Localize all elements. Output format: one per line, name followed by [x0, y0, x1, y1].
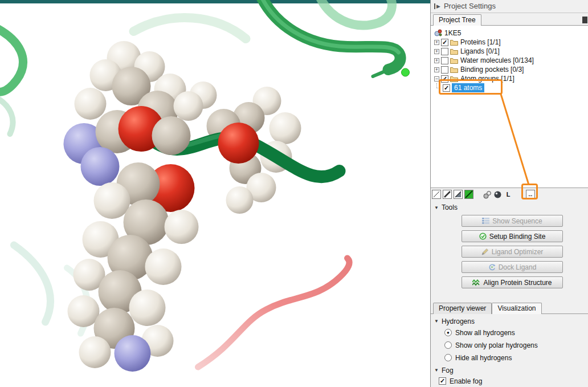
tree-item-binding-pockets[interactable]: + Binding pockets [0/3]	[434, 65, 587, 74]
button-label: Ligand Optimizer	[492, 248, 544, 256]
radio-label: Hide all hydrogens	[455, 354, 512, 362]
project-tree-tabbar: Project Tree	[431, 13, 588, 26]
tree-item-label: 1KE5	[444, 29, 461, 37]
collapse-triangle-icon: ▼	[434, 368, 439, 373]
button-label: Show Sequence	[492, 217, 542, 225]
tree-item-water-molecules[interactable]: + Water molecules [0/134]	[434, 56, 587, 65]
tools-title: Tools	[442, 203, 458, 211]
show-sequence-button[interactable]: Show Sequence	[462, 215, 563, 227]
ligand-optimizer-button[interactable]: Ligand Optimizer	[462, 246, 563, 258]
align-icon	[472, 279, 480, 286]
folder-icon	[450, 67, 458, 73]
setup-binding-site-button[interactable]: Setup Binding Site	[462, 230, 563, 242]
ball-icon[interactable]	[493, 190, 502, 199]
tree-item-ligands[interactable]: + Ligands [0/1]	[434, 47, 587, 56]
molecule-render	[0, 0, 430, 387]
button-label: Dock Ligand	[499, 263, 537, 271]
checkbox[interactable]: ✓	[441, 39, 448, 46]
selected-tree-item-label[interactable]: 61 atoms	[452, 83, 484, 92]
folder-icon	[450, 39, 458, 46]
tree-item-root-1ke5[interactable]: 1KE5	[434, 28, 587, 38]
distance-icon[interactable]: ↔	[526, 190, 535, 199]
tree-item-label: Water molecules [0/134]	[460, 56, 534, 64]
panel-collapse-icon[interactable]: ▶	[434, 3, 440, 9]
tools-buttons: Show Sequence Setup Binding Site Ligand …	[431, 213, 588, 293]
fog-section-header[interactable]: ▼ Fog	[431, 364, 588, 376]
checkbox[interactable]	[441, 48, 448, 55]
button-label: Setup Binding Site	[489, 233, 546, 241]
tree-item-label: Binding pockets [0/3]	[460, 66, 524, 74]
tree-item-proteins[interactable]: + ✓ Proteins [1/1]	[434, 38, 587, 47]
expand-icon[interactable]: +	[434, 49, 439, 54]
dock-icon	[488, 263, 496, 271]
sequence-icon	[482, 218, 489, 224]
checkbox-label: Enable fog	[450, 377, 482, 385]
wireframe-icon[interactable]	[432, 190, 441, 199]
expand-icon[interactable]: +	[434, 40, 439, 45]
spheres-icon[interactable]	[482, 190, 491, 199]
project-settings-header[interactable]: ▶ Project Settings	[431, 0, 588, 13]
view-style-toolbar: L ↔	[431, 188, 588, 202]
application-window: ▶ Project Settings Project Tree 1KE5	[0, 0, 588, 387]
tab-property-viewer[interactable]: Property viewer	[433, 303, 492, 314]
tree-item-atom-groups[interactable]: − ✓ Atom groups [1/1]	[434, 74, 587, 83]
checkbox[interactable]	[441, 66, 448, 74]
side-panel: ▶ Project Settings Project Tree 1KE5	[430, 0, 588, 387]
pencil-icon	[481, 248, 489, 255]
radio-label: Show all hydrogens	[455, 329, 515, 337]
surface-green-icon[interactable]	[464, 190, 473, 199]
tools-section-header[interactable]: ▼ Tools	[431, 201, 588, 213]
green-atom-dot	[402, 68, 410, 76]
enable-fog-checkbox-row[interactable]: ✓ Enable fog	[431, 376, 588, 387]
folder-icon	[450, 76, 458, 82]
molecule-3d-viewer[interactable]	[0, 0, 430, 387]
stick-icon[interactable]	[443, 190, 452, 199]
radio-label: Show only polar hydrogens	[455, 341, 538, 349]
project-tree: 1KE5 + ✓ Proteins [1/1] + Ligands [0/1]	[431, 26, 588, 188]
hydrogens-section-header[interactable]: ▼ Hydrogens	[431, 315, 588, 327]
collapse-triangle-icon: ▼	[434, 319, 439, 324]
folder-icon	[450, 48, 458, 55]
folder-icon	[450, 58, 458, 64]
button-label: Align Protein Structure	[483, 279, 552, 287]
radio-show-all-hydrogens[interactable]: ● Show all hydrogens	[431, 327, 588, 339]
panel-title: Project Settings	[444, 2, 496, 10]
visualization-panel: ▼ Hydrogens ● Show all hydrogens Show on…	[431, 314, 588, 387]
checkbox[interactable]: ✓	[439, 377, 446, 385]
tree-item-61-atoms[interactable]: ✓ 61 atoms	[434, 83, 587, 92]
tree-item-label: Proteins [1/1]	[460, 38, 501, 46]
tab-scroll-button[interactable]	[582, 17, 587, 23]
checkbox[interactable]: ✓	[443, 84, 450, 92]
radio-show-only-polar-hydrogens[interactable]: Show only polar hydrogens	[431, 339, 588, 352]
tree-connector	[434, 83, 441, 92]
radio-icon[interactable]: ●	[444, 329, 452, 336]
molecule-icon	[434, 29, 442, 37]
expand-icon[interactable]: +	[434, 67, 439, 72]
hydrogens-title: Hydrogens	[442, 317, 475, 325]
label-icon[interactable]: L	[504, 190, 513, 199]
collapse-icon[interactable]: −	[434, 76, 439, 82]
tab-visualization[interactable]: Visualization	[492, 303, 541, 314]
checkbox[interactable]	[441, 57, 448, 64]
half-render-icon[interactable]	[454, 190, 463, 199]
expand-icon[interactable]: +	[434, 58, 439, 63]
tree-item-label: Atom groups [1/1]	[460, 75, 514, 83]
tree-item-label: Ligands [0/1]	[460, 47, 500, 55]
checkbox[interactable]: ✓	[441, 75, 448, 83]
tab-project-tree[interactable]: Project Tree	[433, 14, 481, 26]
collapse-triangle-icon: ▼	[434, 205, 439, 210]
radio-icon[interactable]	[444, 354, 452, 361]
dock-ligand-button[interactable]: Dock Ligand	[462, 261, 563, 273]
binding-site-icon	[479, 233, 487, 240]
align-protein-structure-button[interactable]: Align Protein Structure	[462, 276, 563, 288]
radio-icon[interactable]	[444, 341, 452, 349]
fog-title: Fog	[442, 366, 454, 374]
radio-hide-all-hydrogens[interactable]: Hide all hydrogens	[431, 352, 588, 364]
bottom-tabbar: Property viewer Visualization	[431, 301, 588, 314]
